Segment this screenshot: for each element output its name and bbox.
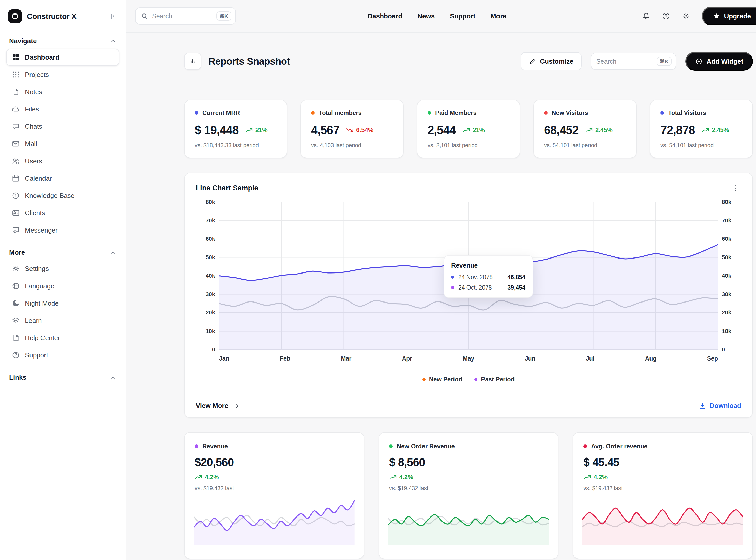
search-input[interactable] (152, 13, 212, 20)
sidebar-item-label: Night Mode (25, 299, 59, 307)
card-subtext: vs. $19.432 last (583, 485, 742, 492)
legend-dot (422, 378, 425, 381)
legend-new-period[interactable]: New Period (422, 376, 462, 383)
sidebar-item-label: Settings (25, 265, 49, 273)
x-axis: JanFebMarAprMayJunJulAugSep (219, 355, 718, 362)
widget-search-input[interactable] (596, 58, 653, 65)
section-label: Links (9, 374, 26, 381)
stat-value: 68,452 (544, 123, 579, 137)
stat-trend: 2.45% (701, 126, 729, 134)
trending-up-icon (389, 473, 397, 481)
stat-trend: 6.54% (346, 126, 373, 134)
stat-subtext: vs. $18,443.33 last period (195, 142, 277, 148)
bell-icon[interactable] (638, 8, 654, 24)
trending-down-icon (346, 126, 354, 134)
card-label: Revenue (202, 443, 228, 450)
bar-chart-icon (184, 53, 201, 70)
sidebar-collapse-icon[interactable] (108, 12, 118, 21)
bottom-cards-row: Revenue $20,560 4.2% vs. $19.432 last Ne… (184, 432, 753, 559)
sidebar-item-learn[interactable]: Learn (6, 312, 120, 329)
stat-trend: 21% (245, 126, 268, 134)
sidebar-item-projects[interactable]: Projects (6, 66, 120, 83)
grid-dots-icon (12, 71, 20, 79)
stat-card-total-visitors: Total Visitors 72,878 2.45% vs. 54,101 l… (650, 100, 753, 158)
stat-value: 2,544 (427, 123, 456, 137)
sidebar-item-help-center[interactable]: Help Center (6, 329, 120, 346)
page-content: Reports Snapshot Customize ⌘K Add Widget (126, 33, 756, 560)
sparkline-svg (582, 499, 743, 545)
sidebar-section-navigate[interactable]: Navigate (6, 34, 120, 48)
top-nav-news[interactable]: News (417, 12, 435, 20)
y-axis-left: 80k70k60k50k40k30k20k10k0 (196, 202, 215, 349)
gear-icon (12, 265, 20, 273)
add-widget-button[interactable]: Add Widget (685, 52, 753, 71)
sparkline-svg (194, 499, 355, 545)
top-nav-more[interactable]: More (490, 12, 506, 20)
sidebar-item-dashboard[interactable]: Dashboard (6, 48, 120, 66)
revenue-sparkline (194, 499, 355, 545)
legend-past-period[interactable]: Past Period (474, 376, 514, 383)
sidebar-item-language[interactable]: Language (6, 277, 120, 295)
card-trend: 4.2% (389, 473, 548, 481)
customize-label: Customize (540, 58, 573, 65)
tooltip-date: 24 Nov. 2078 (458, 274, 492, 281)
stat-label: Total Visitors (668, 109, 706, 117)
sidebar-item-messenger[interactable]: Messenger (6, 222, 120, 239)
upgrade-button[interactable]: Upgrade (702, 7, 756, 25)
chart-area: 80k70k60k50k40k30k20k10k0 Revenue 24 Nov… (185, 202, 752, 362)
stat-value: 4,567 (311, 123, 339, 137)
widget-search: ⌘K (591, 53, 676, 70)
page-header: Reports Snapshot Customize ⌘K Add Widget (184, 33, 753, 84)
view-more-link[interactable]: View More (196, 402, 240, 409)
customize-button[interactable]: Customize (521, 52, 581, 71)
sidebar-section-more[interactable]: More (6, 245, 120, 260)
chart-tooltip: Revenue 24 Nov. 2078 46,854 24 Oct, 2078… (444, 255, 533, 298)
sidebar-item-users[interactable]: Users (6, 153, 120, 170)
chart-legend: New Period Past Period (185, 376, 752, 383)
sidebar-item-notes[interactable]: Notes (6, 83, 120, 100)
stat-subtext: vs. 54,101 last period (544, 142, 626, 148)
card-dot (195, 444, 198, 448)
global-search: ⌘K (135, 7, 236, 25)
topbar-actions: Upgrade (638, 7, 756, 25)
line-chart-plot[interactable]: Revenue 24 Nov. 2078 46,854 24 Oct, 2078… (219, 202, 718, 349)
trending-up-icon (701, 126, 709, 134)
stat-trend: 21% (462, 126, 485, 134)
stat-card-current-mrr: Current MRR $ 19,448 21% vs. $18,443.33 … (184, 100, 287, 158)
help-icon[interactable] (658, 8, 674, 24)
avg-order-revenue-card: Avg. Order revenue $ 45.45 4.2% vs. $19.… (573, 432, 753, 559)
sidebar-item-night-mode[interactable]: Night Mode (6, 295, 120, 312)
sidebar-item-label: Projects (25, 71, 49, 79)
new-order-revenue-card: New Order Revenue $ 8,560 4.2% vs. $19.4… (379, 432, 559, 559)
sidebar-item-clients[interactable]: Clients (6, 204, 120, 222)
brand: Constructor X (6, 5, 120, 27)
stat-trend: 2.45% (585, 126, 613, 134)
card-value: $ 8,560 (389, 456, 548, 469)
sidebar-item-calendar[interactable]: Calendar (6, 170, 120, 187)
stat-dot (311, 111, 315, 115)
pencil-icon (529, 58, 536, 65)
sidebar-item-label: Support (25, 352, 48, 359)
chart-title: Line Chart Sample (196, 184, 258, 192)
download-link[interactable]: Download (699, 402, 741, 409)
sidebar-item-mail[interactable]: Mail (6, 135, 120, 153)
section-label: Navigate (9, 37, 37, 45)
sidebar-item-support[interactable]: Support (6, 346, 120, 364)
sidebar-item-settings[interactable]: Settings (6, 260, 120, 277)
top-nav-dashboard[interactable]: Dashboard (368, 12, 402, 20)
top-nav: Dashboard News Support More (368, 12, 507, 20)
card-value: $20,560 (195, 456, 354, 469)
settings-gear-icon[interactable] (678, 8, 694, 24)
sidebar-item-label: Files (25, 105, 39, 113)
sidebar-item-chats[interactable]: Chats (6, 118, 120, 135)
sidebar-item-files[interactable]: Files (6, 100, 120, 118)
stat-label: New Visitors (552, 109, 588, 117)
sidebar-item-knowledge-base[interactable]: Knowledge Base (6, 187, 120, 204)
chevron-up-icon (110, 249, 117, 256)
stat-dot (427, 111, 431, 115)
card-subtext: vs. $19.432 last (195, 485, 354, 492)
sidebar-section-links[interactable]: Links (6, 370, 120, 385)
section-label: More (9, 248, 25, 257)
top-nav-support[interactable]: Support (450, 12, 475, 20)
kebab-menu-icon[interactable] (730, 182, 741, 194)
